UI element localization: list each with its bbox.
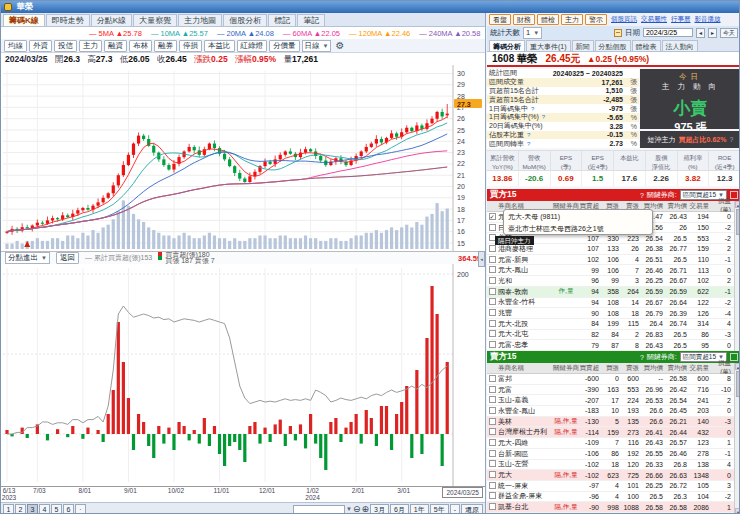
row-checkbox[interactable] [489, 266, 496, 273]
row-checkbox[interactable] [489, 277, 496, 284]
table-row[interactable]: 元大-北投8419911526.426.743144 [487, 319, 734, 330]
tab-1[interactable]: 籌碼K線 [3, 14, 45, 26]
link-1[interactable]: 個股資訊 [611, 15, 637, 24]
scroll-down-icon[interactable]: ▼ [735, 508, 740, 514]
price-chart[interactable]: 1516171819202122232425262728293027.3 [1, 65, 486, 251]
row-checkbox[interactable] [489, 482, 496, 489]
help-icon[interactable]: ? [527, 141, 530, 147]
table-row[interactable]: 港商麥格理1071332626.3826.771592 [487, 244, 734, 255]
range-button-3[interactable]: 1年 [410, 504, 429, 514]
table-row[interactable]: 統一-屏東-97410126.2526.721053 [487, 481, 734, 492]
help-icon[interactable]: ? [542, 114, 545, 120]
tab-8[interactable]: 筆記 [297, 14, 325, 26]
row-checkbox[interactable] [489, 503, 496, 510]
days-select[interactable]: 1▼ [523, 27, 542, 39]
table-row[interactable]: 台新-園區-1068619226.5526.46278-1 [487, 449, 734, 460]
row-checkbox[interactable] [489, 298, 496, 305]
row-checkbox[interactable] [489, 471, 496, 478]
row-checkbox[interactable] [489, 245, 496, 252]
row-checkbox[interactable] [489, 396, 496, 403]
gear-icon[interactable]: ⚙ [335, 40, 344, 51]
quick-button-1[interactable]: 看盤 [489, 14, 511, 25]
chart-toggle-5[interactable]: 融資 [104, 40, 127, 52]
table-row[interactable]: 玉山-左營-1021812026.3326.81384 [487, 460, 734, 471]
range-button-1[interactable]: 3月 [370, 504, 389, 514]
next-day-button[interactable]: ▸ [708, 28, 717, 38]
page-button-2[interactable]: 2 [15, 504, 26, 514]
tab-7[interactable]: 標記 [268, 14, 296, 26]
row-checkbox[interactable] [489, 492, 496, 499]
back-button[interactable]: 返回 [56, 252, 79, 264]
link-2[interactable]: 交易屬性 [641, 15, 667, 24]
chevron-down-icon[interactable]: ▼ [346, 506, 352, 512]
splitter-handle[interactable]: ◂ [478, 251, 485, 267]
row-checkbox[interactable]: ✓ [489, 213, 496, 220]
tab-6[interactable]: 個股分析 [223, 14, 267, 26]
table-row[interactable]: 美林隔,作,量-130513526.626.21140-3 [487, 417, 734, 428]
page-button-4[interactable]: 4 [39, 504, 50, 514]
row-checkbox[interactable] [489, 330, 496, 337]
table-row[interactable]: 兆豐901081826.7926.39126-4 [487, 308, 734, 319]
help-icon[interactable]: ? [729, 136, 733, 143]
sell-table-scrollbar[interactable]: ▲▼ [734, 363, 740, 514]
chart-toggle-7[interactable]: 融券 [154, 40, 177, 52]
table-row[interactable]: 永豐金-竹科941081426.6726.64122-2 [487, 298, 734, 309]
today-button[interactable]: 今天 [720, 28, 738, 38]
table-row[interactable]: 元富-39016355326.9626.42716-10 [487, 385, 734, 396]
zoom-out-icon[interactable]: ⊖ [353, 505, 361, 514]
chart-toggle-6[interactable]: 布林 [129, 40, 152, 52]
tab-3[interactable]: 分點K線 [91, 14, 132, 26]
range-button-6[interactable]: 還原 [461, 504, 483, 514]
quick-button-3[interactable]: 體檢 [537, 14, 559, 25]
link-3[interactable]: 行事曆 [671, 15, 691, 24]
quick-button-5[interactable]: 警示 [585, 14, 607, 25]
row-checkbox[interactable] [489, 428, 496, 435]
table-row[interactable]: 元大-鳳山99106726.4626.711130 [487, 265, 734, 276]
help-icon[interactable]: ? [527, 132, 530, 138]
date-input[interactable] [643, 28, 693, 37]
row-checkbox[interactable] [489, 407, 496, 414]
page-button-3[interactable]: 3 [27, 504, 38, 514]
quick-button-2[interactable]: 財務 [513, 14, 535, 25]
table-row[interactable]: 凱基-台北隔,作,量-90998108826.5826.5820861 [487, 502, 734, 513]
row-checkbox[interactable] [489, 224, 496, 231]
chart-toggle-10[interactable]: 紅綠燈 [237, 40, 268, 52]
table-row[interactable]: 富邦-6000600--26.586008 [487, 374, 734, 385]
help-icon[interactable]: ? [640, 192, 644, 199]
table-row[interactable]: 元大隔,作,量-10262372526.6626.6313480 [487, 470, 734, 481]
table-row[interactable]: 台灣摩根士丹利隔,作,量-11415927326.4126.444320 [487, 427, 734, 438]
prev-day-button[interactable]: ◂ [696, 28, 705, 38]
chart-toggle-8[interactable]: 停損 [179, 40, 202, 52]
row-checkbox[interactable] [489, 386, 496, 393]
link-4[interactable]: 影音播放 [695, 15, 721, 24]
row-checkbox[interactable] [489, 341, 496, 348]
row-checkbox[interactable] [489, 450, 496, 457]
table-row[interactable]: 群益金鼎-屏東-96410026.526.3104-2 [487, 492, 734, 503]
tab-4[interactable]: 大量察覺 [133, 14, 177, 26]
table-row[interactable]: 光和9699326.2526.671022 [487, 276, 734, 287]
right-tab-5[interactable]: 體檢表 [632, 40, 661, 51]
page-button-5[interactable]: 5 [51, 504, 62, 514]
table-row[interactable]: 元大-四維-109711626.4326.571231 [487, 438, 734, 449]
row-checkbox[interactable] [489, 439, 496, 446]
page-button-1[interactable]: 1 [3, 504, 14, 514]
table-row[interactable]: 國泰-敦南作,量9435826426.5926.59622-1 [487, 287, 734, 298]
row-checkbox[interactable] [489, 418, 496, 425]
range-button-5[interactable]: - [450, 504, 460, 514]
scale-input[interactable] [293, 505, 345, 514]
chart-toggle-9[interactable]: 本益比 [204, 40, 235, 52]
broker-chart[interactable]: 200 [1, 264, 486, 486]
scroll-thumb[interactable] [736, 209, 740, 235]
chart-toggle-11[interactable]: 分價量 [269, 40, 300, 52]
scroll-up-icon[interactable]: ▲ [735, 363, 740, 370]
table-row[interactable]: 玉山-嘉義-2071722426.5326.542412 [487, 395, 734, 406]
table-row[interactable]: 元富-忠孝7987826.4326.5950 [487, 340, 734, 351]
right-tab-2[interactable]: 重大事件(1) [526, 40, 571, 51]
zoom-in-icon[interactable]: ⊕ [361, 505, 369, 514]
page-button-6[interactable]: 6 [63, 504, 74, 514]
right-tab-1[interactable]: 籌碼分析 [489, 40, 525, 51]
right-tab-6[interactable]: 法人動向 [662, 40, 698, 51]
row-checkbox[interactable] [489, 375, 496, 382]
table-row[interactable]: 元大-北屯8284226.8326.586-3 [487, 330, 734, 341]
quick-button-4[interactable]: 主力 [561, 14, 583, 25]
